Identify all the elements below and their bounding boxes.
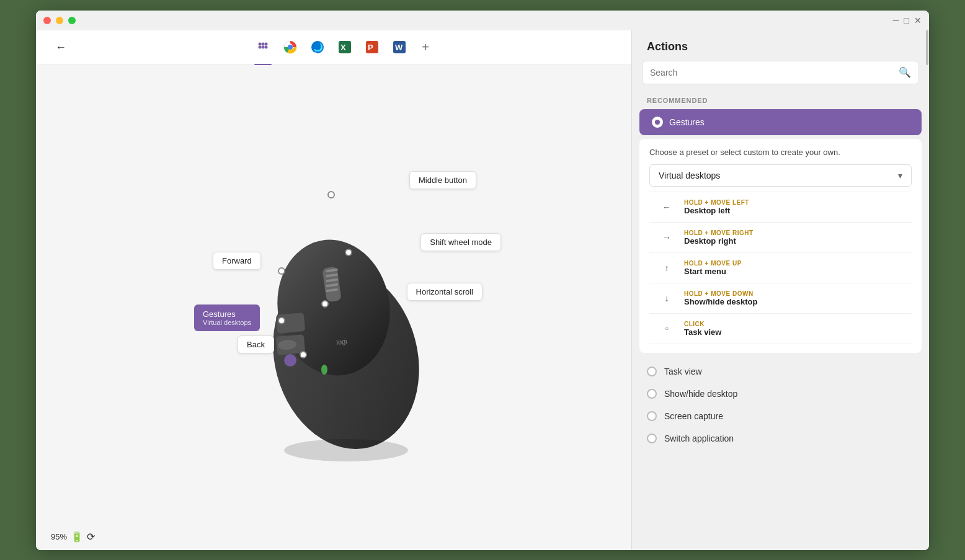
minimize-button[interactable] — [56, 17, 63, 24]
gesture-info-0: HOLD + MOVE LEFT Desktop left — [684, 199, 749, 215]
svg-text:X: X — [340, 43, 346, 52]
close-icon[interactable]: ✕ — [914, 16, 922, 25]
svg-point-2 — [265, 43, 268, 46]
battery-icon: 🔋 — [71, 531, 83, 543]
gesture-arrow-0: ← — [658, 198, 675, 216]
label-gestures[interactable]: Gestures Virtual desktops — [194, 304, 260, 331]
top-nav: ← — [36, 30, 631, 65]
label-back[interactable]: Back — [238, 336, 274, 353]
back-button[interactable]: ← — [51, 37, 71, 57]
minimize-icon[interactable]: ─ — [893, 16, 899, 25]
dot-back — [300, 351, 307, 358]
gestures-radio — [652, 117, 663, 128]
search-bar[interactable]: 🔍 — [642, 61, 919, 84]
gesture-arrow-2: ↑ — [658, 259, 675, 277]
tab-excel[interactable]: X — [334, 36, 356, 58]
main-panel: ← — [36, 30, 631, 550]
gesture-info-2: HOLD + MOVE UP Start menu — [684, 260, 742, 276]
more-item-screen-capture[interactable]: Screen capture — [632, 405, 929, 427]
search-icon: 🔍 — [899, 66, 911, 78]
label-forward[interactable]: Forward — [213, 252, 261, 270]
dot-middle-button — [327, 191, 335, 198]
dot-horizontal-scroll — [321, 300, 329, 308]
hold-label-0: HOLD + MOVE LEFT — [684, 199, 749, 206]
more-item-label-screen-capture: Screen capture — [664, 411, 723, 421]
more-radio-screen-capture — [647, 411, 657, 421]
more-item-switch-application[interactable]: Switch application — [632, 427, 929, 450]
description-box: Choose a preset or select custom to crea… — [639, 139, 922, 353]
gesture-info-1: HOLD + MOVE RIGHT Desktop right — [684, 229, 754, 246]
tab-powerpoint[interactable]: P — [361, 36, 383, 58]
maximize-button[interactable] — [68, 17, 76, 24]
gestures-title: Gestures — [203, 309, 251, 319]
svg-text:P: P — [368, 43, 373, 52]
hold-label-3: HOLD + MOVE DOWN — [684, 290, 757, 297]
app-tabs: X P W + — [252, 36, 435, 58]
scroll-track[interactable] — [925, 11, 929, 550]
gesture-item-1: → HOLD + MOVE RIGHT Desktop right — [649, 223, 912, 253]
more-list: Task view Show/hide desktop Screen captu… — [632, 355, 929, 455]
label-shift-wheel[interactable]: Shift wheel mode — [420, 233, 501, 251]
gesture-info-3: HOLD + MOVE DOWN Show/hide desktop — [684, 290, 757, 306]
more-radio-show-hide — [647, 389, 657, 399]
gesture-list: ← HOLD + MOVE LEFT Desktop left → HOLD +… — [649, 192, 912, 344]
gesture-arrow-4: ○ — [658, 320, 675, 337]
tab-all-apps[interactable] — [252, 36, 274, 58]
dot-gestures — [278, 317, 285, 324]
close-button[interactable] — [43, 17, 51, 24]
battery-bar: 95% 🔋 ⟳ — [51, 531, 95, 543]
hold-label-4: CLICK — [684, 321, 721, 327]
svg-point-29 — [284, 439, 408, 461]
more-item-show-hide-desktop[interactable]: Show/hide desktop — [632, 383, 929, 405]
more-item-task-view[interactable]: Task view — [632, 360, 929, 383]
svg-text:logi: logi — [336, 337, 348, 345]
gestures-label: Gestures — [669, 117, 705, 127]
svg-point-3 — [259, 46, 262, 49]
window-controls-right: ─ □ ✕ — [893, 16, 922, 25]
maximize-icon[interactable]: □ — [904, 16, 909, 25]
edge-icon — [310, 40, 325, 55]
more-item-label-show-hide: Show/hide desktop — [664, 389, 737, 399]
more-item-label-task-view: Task view — [664, 367, 702, 376]
panel-title: Actions — [647, 40, 688, 53]
action-name-1: Desktop right — [684, 236, 754, 246]
hold-label-1: HOLD + MOVE RIGHT — [684, 229, 754, 236]
label-middle-button[interactable]: Middle button — [409, 171, 476, 189]
mouse-area: logi Middle button Shift wheel mode — [36, 65, 631, 550]
gesture-item-2: ↑ HOLD + MOVE UP Start menu — [649, 253, 912, 283]
preset-dropdown[interactable]: Virtual desktops ▾ — [649, 164, 912, 187]
search-input[interactable] — [650, 61, 899, 84]
tab-word[interactable]: W — [388, 36, 411, 58]
dot-shift-wheel — [345, 249, 352, 256]
desc-text: Choose a preset or select custom to crea… — [649, 148, 912, 157]
gesture-item-3: ↓ HOLD + MOVE DOWN Show/hide desktop — [649, 283, 912, 314]
gesture-arrow-3: ↓ — [658, 290, 675, 307]
add-icon: + — [422, 40, 429, 55]
dropdown-value: Virtual desktops — [659, 171, 720, 180]
excel-icon: X — [337, 40, 352, 55]
battery-percent: 95% — [51, 532, 67, 541]
window-chrome: ─ □ ✕ — [36, 11, 929, 30]
label-horizontal-scroll[interactable]: Horizontal scroll — [407, 283, 482, 301]
action-item-gestures[interactable]: Gestures — [639, 109, 922, 135]
recommended-label: RECOMMENDED — [632, 92, 929, 108]
svg-point-0 — [259, 43, 262, 46]
hold-label-2: HOLD + MOVE UP — [684, 260, 742, 267]
tab-edge[interactable] — [306, 36, 329, 58]
svg-point-4 — [262, 46, 265, 49]
action-name-3: Show/hide desktop — [684, 297, 757, 306]
back-icon: ← — [55, 41, 66, 54]
add-app-button[interactable]: + — [416, 37, 435, 57]
gestures-subtitle: Virtual desktops — [203, 319, 251, 326]
sync-icon: ⟳ — [87, 531, 95, 543]
tab-chrome[interactable] — [279, 36, 301, 58]
panel-header: Actions — [632, 30, 929, 61]
app-window: ─ □ ✕ ← — [36, 11, 929, 550]
gesture-item-0: ← HOLD + MOVE LEFT Desktop left — [649, 192, 912, 223]
action-name-0: Desktop left — [684, 206, 749, 215]
grid-icon — [256, 40, 270, 54]
word-icon: W — [392, 40, 407, 55]
right-panel: Actions 🔍 RECOMMENDED Gestures Choose a … — [631, 30, 929, 550]
gesture-arrow-1: → — [658, 229, 675, 246]
dot-forward — [278, 267, 285, 275]
